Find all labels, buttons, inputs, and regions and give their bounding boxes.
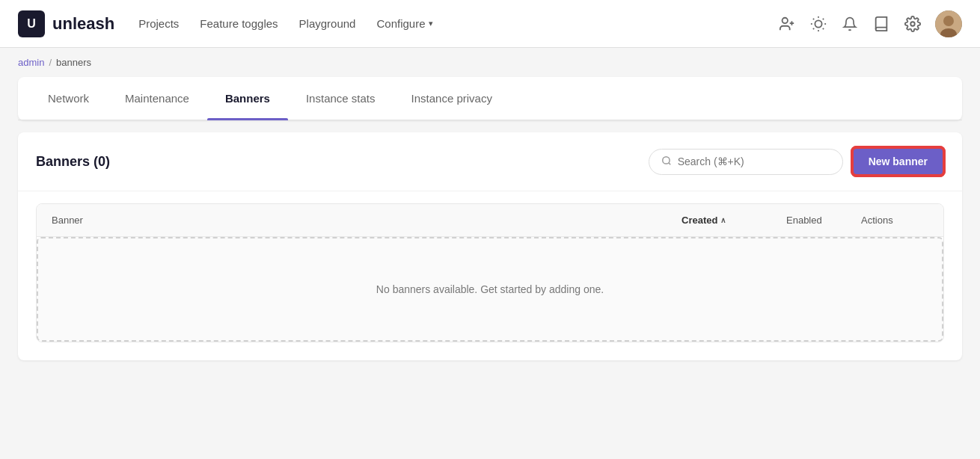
main-nav: Projects Feature toggles Playground Conf… <box>138 17 432 30</box>
banners-table: Banner Created ∧ Enabled Actions No bann… <box>36 203 944 342</box>
col-header-actions: Actions <box>861 215 928 226</box>
banners-header: Banners (0) New banner <box>18 132 962 191</box>
svg-line-6 <box>813 18 814 19</box>
breadcrumb: admin / banners <box>0 48 980 77</box>
svg-point-0 <box>783 17 788 22</box>
breadcrumb-current: banners <box>56 57 91 68</box>
nav-item-configure[interactable]: Configure ▾ <box>376 17 432 30</box>
tab-maintenance[interactable]: Maintenance <box>107 77 207 120</box>
svg-line-17 <box>668 162 670 164</box>
main-content: Network Maintenance Banners Instance sta… <box>0 77 980 378</box>
svg-line-11 <box>823 18 824 19</box>
nav-item-playground[interactable]: Playground <box>299 17 356 30</box>
avatar-image <box>935 10 962 37</box>
svg-point-3 <box>815 20 821 27</box>
theme-icon[interactable] <box>809 15 827 33</box>
tab-network[interactable]: Network <box>30 77 107 120</box>
nav-item-projects[interactable]: Projects <box>138 17 179 30</box>
header-left: U unleash Projects Feature toggles Playg… <box>18 10 433 37</box>
settings-icon[interactable] <box>904 15 922 33</box>
avatar[interactable] <box>935 10 962 37</box>
tab-instance-privacy[interactable]: Instance privacy <box>393 77 510 120</box>
table-header: Banner Created ∧ Enabled Actions <box>37 204 943 237</box>
add-user-icon[interactable] <box>778 15 796 33</box>
svg-point-12 <box>910 22 915 26</box>
tabs-card: Network Maintenance Banners Instance sta… <box>18 77 962 120</box>
docs-icon[interactable] <box>872 15 890 33</box>
banners-header-right: New banner <box>649 147 944 176</box>
empty-message: No banners available. Get started by add… <box>376 283 604 295</box>
new-banner-button[interactable]: New banner <box>852 147 944 176</box>
svg-line-10 <box>813 28 814 28</box>
banners-card: Banners (0) New banner Banner <box>18 132 962 360</box>
tab-banners[interactable]: Banners <box>207 77 288 120</box>
logo-text: unleash <box>52 14 114 34</box>
svg-line-7 <box>823 28 824 28</box>
col-header-created[interactable]: Created ∧ <box>682 215 786 226</box>
tabs-container: Network Maintenance Banners Instance sta… <box>18 77 962 120</box>
sort-created-icon: ∧ <box>720 216 726 224</box>
nav-item-feature-toggles[interactable]: Feature toggles <box>200 17 278 30</box>
search-icon <box>661 155 672 168</box>
table-container: Banner Created ∧ Enabled Actions No bann… <box>18 191 962 360</box>
svg-point-14 <box>943 16 954 26</box>
breadcrumb-separator: / <box>49 57 52 68</box>
col-header-banner: Banner <box>52 215 682 226</box>
breadcrumb-parent[interactable]: admin <box>18 57 44 68</box>
svg-point-16 <box>662 156 669 163</box>
configure-chevron-icon: ▾ <box>429 19 433 28</box>
search-box[interactable] <box>649 149 843 175</box>
main-header: U unleash Projects Feature toggles Playg… <box>0 0 980 48</box>
banners-title: Banners (0) <box>36 154 110 170</box>
header-right <box>778 10 962 37</box>
tab-instance-stats[interactable]: Instance stats <box>288 77 393 120</box>
col-header-enabled: Enabled <box>786 215 861 226</box>
logo[interactable]: U unleash <box>18 10 114 37</box>
notifications-icon[interactable] <box>841 15 859 33</box>
logo-icon: U <box>18 10 45 37</box>
search-input[interactable] <box>678 155 830 167</box>
empty-state: No banners available. Get started by add… <box>37 237 943 342</box>
